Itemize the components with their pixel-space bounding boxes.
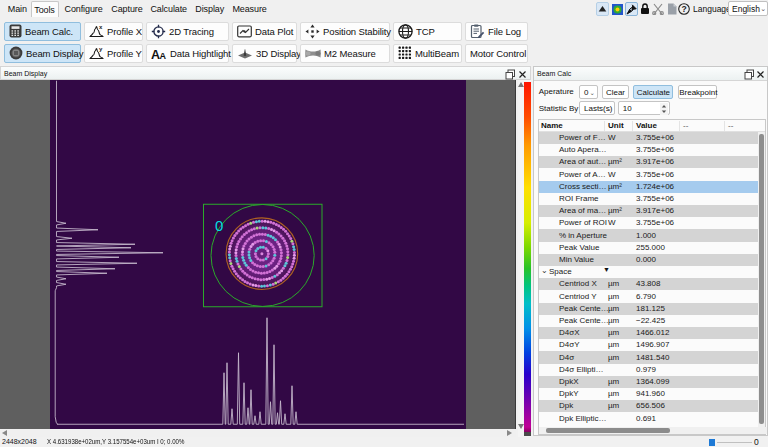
svg-text:y: y: [99, 46, 103, 52]
svg-text:A: A: [160, 50, 167, 59]
svg-text:x: x: [99, 24, 103, 30]
svg-text:0: 0: [215, 217, 223, 234]
svg-text:?: ?: [682, 4, 687, 14]
